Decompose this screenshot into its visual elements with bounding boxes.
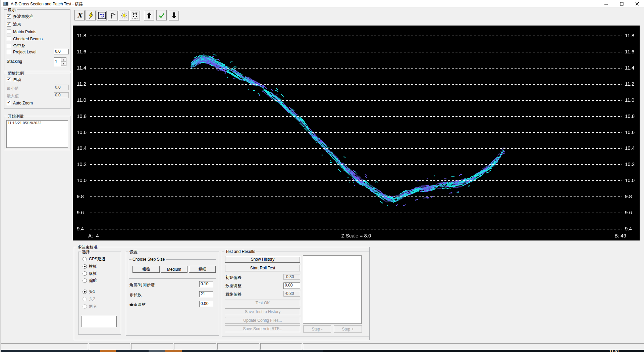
maximize-button[interactable] [614, 0, 629, 7]
radio-dot[interactable] [83, 278, 87, 283]
quick-test-tool[interactable] [86, 10, 96, 20]
checkbox-box[interactable] [7, 37, 11, 41]
button-test-ok[interactable]: Test OK [225, 300, 300, 306]
button-step-[interactable]: Step + [334, 325, 362, 333]
flag-tool[interactable] [108, 10, 118, 20]
status-segment [1, 343, 88, 350]
close-button[interactable] [629, 0, 644, 7]
checkbox-box[interactable] [7, 22, 11, 27]
checkbox-row[interactable]: Checked Beams [7, 36, 43, 41]
status-segment [174, 343, 216, 350]
shift-up-tool[interactable] [144, 10, 154, 20]
survey-start-group: 开始测量 11:16:21 05/19/2022 [4, 116, 70, 150]
zoom-extents-tool[interactable] [130, 10, 140, 20]
undo-icon [98, 12, 106, 19]
stacking-value: 1 [55, 59, 57, 64]
checkbox-row[interactable]: Project Level [7, 49, 36, 54]
test-history-list[interactable] [303, 255, 362, 324]
settings-field-input[interactable]: 0.10 [199, 281, 213, 287]
checkbox-label: Project Level [13, 50, 36, 54]
y-axis-label-left: 11.6 [77, 49, 90, 55]
stacking-spinner[interactable]: 1 ▲ ▼ [54, 57, 66, 66]
gridline [90, 84, 622, 85]
shift-down-tool[interactable] [169, 10, 179, 20]
checkbox-label: Matrix Points [13, 30, 36, 34]
step-size-group: Choose Step Size 粗糙Medium精细 [129, 259, 216, 279]
checkbox-box[interactable] [7, 14, 11, 19]
gridline [90, 132, 622, 133]
taskbar-app-orange[interactable] [100, 350, 116, 352]
radio-row[interactable]: GPS延迟 [83, 257, 105, 262]
checkbox-box[interactable] [7, 30, 11, 34]
y-axis-label-left: 11.8 [77, 33, 90, 39]
auto-checkbox[interactable]: 自动 [7, 77, 21, 82]
radio-dot[interactable] [83, 290, 87, 294]
status-segment [303, 343, 644, 350]
button-save-test-to-history[interactable]: Save Test to History [225, 308, 300, 315]
status-segment [217, 343, 259, 350]
stacking-up-icon[interactable]: ▲ [61, 58, 66, 62]
radio-row[interactable]: 偏航 [83, 278, 97, 283]
radio-dot[interactable] [83, 271, 87, 276]
radio-label: 头1 [89, 289, 95, 295]
radio-row[interactable]: 纵摇 [83, 271, 97, 276]
stacking-down-icon[interactable]: ▼ [61, 62, 66, 66]
checkbox-row[interactable]: 多波束校准 [7, 14, 33, 19]
radio-label: 偏航 [89, 278, 97, 283]
taskbar-strip [1, 350, 100, 352]
flag-icon [110, 12, 116, 19]
button-step-[interactable]: Step - [303, 325, 331, 333]
y-axis-label-left: 10.6 [77, 129, 90, 135]
radio-row[interactable]: 两者 [83, 304, 97, 309]
button-update-config-files-[interactable]: Update Config Files... [225, 317, 300, 324]
note-input[interactable] [81, 316, 117, 327]
checkbox-row[interactable]: 色带条 [7, 43, 25, 48]
brightness-tool[interactable] [119, 10, 129, 20]
checkbox-box[interactable] [7, 44, 11, 48]
titlebar: A-B Cross Section and Patch Test - 横摇 [1, 0, 644, 7]
y-axis-label-right: 9.8 [625, 193, 638, 200]
auto-zoom-checkbox[interactable]: Auto Zoom [7, 100, 33, 105]
radio-dot[interactable] [83, 297, 87, 301]
multibeam-calibration-group: 多波束校准 选择 GPS延迟横摇纵摇偏航 头1头2两者 设置 Choose St… [74, 247, 370, 340]
taskbar-strip [182, 350, 323, 352]
button--[interactable]: 粗糙 [132, 266, 160, 273]
button-save-screen-to-rtf-[interactable]: Save Screen to RTF... [225, 325, 300, 332]
button-show-history[interactable]: Show History [225, 256, 300, 263]
minimize-button[interactable] [598, 0, 614, 7]
checkbox-box[interactable] [7, 50, 11, 54]
project-level-input[interactable]: 0.0 [54, 49, 69, 54]
button-medium[interactable]: Medium [161, 266, 187, 273]
gridline [90, 52, 622, 52]
button-start-roll-test[interactable]: Start Roll Test [225, 265, 300, 271]
test-field-label: 初始偏移 [225, 275, 241, 280]
y-axis-label-left: 10.0 [77, 177, 90, 183]
scatter-canvas[interactable] [73, 26, 640, 240]
radio-dot[interactable] [83, 304, 87, 309]
button--[interactable]: 精细 [189, 266, 216, 273]
radio-row[interactable]: 头1 [83, 289, 95, 294]
test-field-input: -0.30 [283, 274, 300, 280]
checkbox-row[interactable]: Matrix Points [7, 29, 36, 34]
taskbar[interactable]: 11:01 [1, 350, 644, 352]
cross-section-chart[interactable]: 11.811.811.611.611.411.411.211.211.011.0… [73, 26, 640, 240]
chart-a-label: A: -4 [88, 233, 99, 238]
taskbar-app-gray[interactable] [149, 350, 165, 352]
survey-start-list[interactable]: 11:16:21 05/19/2022 [6, 120, 68, 148]
accept-tool[interactable] [156, 10, 167, 20]
undo-tool[interactable] [97, 10, 107, 20]
settings-field-input[interactable]: 0.00 [199, 301, 213, 307]
radio-dot[interactable] [83, 264, 87, 269]
taskbar-app-orange[interactable] [165, 350, 182, 352]
y-axis-label-right: 11.2 [625, 81, 638, 87]
settings-field-input[interactable]: 21 [199, 291, 213, 297]
checkbox-row[interactable]: 波束 [7, 22, 21, 27]
delete-points-tool[interactable]: X [74, 10, 85, 20]
radio-row[interactable]: 横摇 [83, 264, 97, 269]
radio-row[interactable]: 头2 [83, 297, 95, 302]
gridline [90, 100, 622, 101]
test-field-input[interactable]: 0.00 [283, 282, 300, 289]
survey-entry[interactable]: 11:16:21 05/19/2022 [7, 121, 68, 125]
survey-start-group-title: 开始测量 [7, 114, 25, 119]
radio-dot[interactable] [83, 257, 87, 261]
